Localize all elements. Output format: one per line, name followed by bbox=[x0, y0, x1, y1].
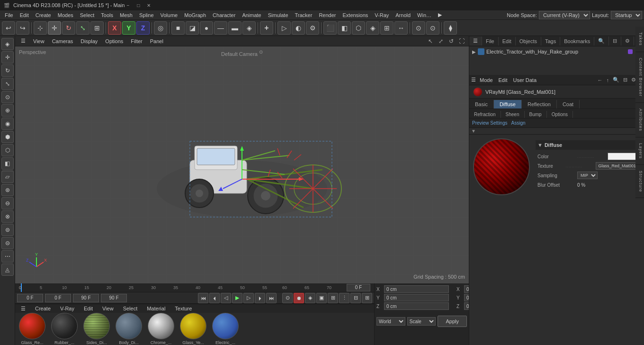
coord-z-input[interactable] bbox=[384, 302, 449, 310]
assign-link[interactable]: Assign bbox=[511, 120, 525, 126]
scale-button[interactable]: ⤡ bbox=[76, 21, 89, 35]
sampling-select[interactable]: MIP bbox=[577, 172, 598, 179]
vp-menu-panel[interactable]: Panel bbox=[147, 37, 166, 45]
coord-y-input[interactable] bbox=[384, 294, 449, 301]
next-key-button[interactable]: ⏵ bbox=[255, 293, 265, 303]
left-tool-8[interactable]: ⬢ bbox=[1, 131, 14, 143]
menu-animate[interactable]: Animate bbox=[239, 11, 264, 19]
mat-tab-basic[interactable]: Basic bbox=[469, 100, 494, 109]
scale-dropdown[interactable]: Scale bbox=[407, 317, 436, 326]
mat-tab-options[interactable]: Options bbox=[547, 111, 573, 118]
left-tool-3[interactable]: ↻ bbox=[1, 64, 14, 77]
attr-nav-up[interactable]: ↑ bbox=[607, 77, 609, 83]
menu-mesh[interactable]: Mesh bbox=[117, 11, 135, 19]
vp-icon-arrows[interactable]: ⤢ bbox=[437, 37, 445, 45]
attr-menu-edit[interactable]: Edit bbox=[497, 76, 510, 84]
side-tab-layers[interactable]: Layers bbox=[635, 137, 644, 165]
point-mode-button[interactable]: ● bbox=[200, 21, 213, 35]
frame-display[interactable] bbox=[347, 284, 370, 291]
keyframe-btn3[interactable]: ◈ bbox=[305, 293, 315, 303]
left-tool-17[interactable]: ⋯ bbox=[1, 250, 14, 263]
keyframe-btn6[interactable]: ⋮ bbox=[339, 293, 349, 303]
prev-key-button[interactable]: ⏴ bbox=[209, 293, 220, 303]
obj-tab-edit[interactable]: Edit bbox=[499, 37, 516, 45]
left-tool-9[interactable]: ⬡ bbox=[1, 144, 14, 156]
move-button[interactable]: ✛ bbox=[48, 21, 61, 35]
mat-menu-create[interactable]: Create bbox=[32, 305, 54, 312]
vp-menu-cameras[interactable]: Cameras bbox=[49, 37, 76, 45]
left-tool-11[interactable]: ▱ bbox=[1, 171, 14, 183]
obj-tab-file[interactable]: File bbox=[482, 37, 499, 45]
mat-menu-edit[interactable]: Edit bbox=[81, 305, 96, 312]
diffuse-section-header[interactable]: ▼ Diffuse bbox=[536, 140, 644, 150]
apply-button[interactable]: Apply bbox=[438, 316, 467, 327]
left-tool-15[interactable]: ⊜ bbox=[1, 224, 14, 236]
keyframe-btn7[interactable]: ⊟ bbox=[350, 293, 361, 303]
object-list-item[interactable]: ▶ Electric_Tractor_with_Hay_Rake_group ⋮ bbox=[470, 47, 643, 56]
vp-icon-move[interactable]: ↖ bbox=[426, 37, 435, 45]
mat-tab-coat[interactable]: Coat bbox=[557, 100, 580, 109]
vp-btn3[interactable]: ⬡ bbox=[352, 21, 365, 35]
mat-sample-glass-red[interactable]: Glass_Re... bbox=[17, 313, 47, 345]
mat-menu-icon[interactable]: ☰ bbox=[18, 305, 28, 313]
max-frame-input2[interactable] bbox=[101, 294, 127, 302]
obj-filter-icon[interactable]: ⊟ bbox=[609, 36, 621, 45]
obj-search-icon[interactable]: 🔍 bbox=[594, 36, 609, 45]
attr-filter-icon[interactable]: ⊟ bbox=[623, 77, 627, 83]
go-start-button[interactable]: ⏮ bbox=[198, 293, 208, 303]
menu-edit[interactable]: Edit bbox=[17, 11, 32, 19]
world-space-button[interactable]: ◎ bbox=[154, 21, 167, 35]
vp-menu-filter[interactable]: Filter bbox=[128, 37, 145, 45]
menu-character[interactable]: Character bbox=[210, 11, 238, 19]
prev-frame-button[interactable]: ◁ bbox=[221, 293, 231, 303]
vp-btn6[interactable]: ↔ bbox=[394, 21, 408, 35]
max-frame-input1[interactable] bbox=[73, 294, 99, 302]
left-tool-1[interactable]: ◈ bbox=[1, 38, 14, 50]
add-object-button[interactable]: + bbox=[260, 21, 273, 35]
left-tool-14[interactable]: ⊗ bbox=[1, 210, 14, 223]
menu-vray[interactable]: V-Ray bbox=[372, 11, 392, 19]
menu-select[interactable]: Select bbox=[77, 11, 98, 19]
menu-mograph[interactable]: MoGraph bbox=[181, 11, 209, 19]
mat-menu-view[interactable]: View bbox=[99, 305, 116, 312]
min-frame-input[interactable] bbox=[45, 294, 71, 302]
left-tool-13[interactable]: ⊖ bbox=[1, 197, 14, 209]
side-tab-attributes[interactable]: Attributes bbox=[635, 103, 644, 137]
left-tool-4[interactable]: ⤡ bbox=[1, 78, 14, 90]
model-mode-button[interactable]: ■ bbox=[171, 21, 185, 35]
menu-win[interactable]: Win… bbox=[414, 11, 434, 19]
keyframe-btn4[interactable]: ▣ bbox=[316, 293, 327, 303]
node-space-dropdown[interactable]: Current (V-Ray) bbox=[539, 11, 590, 19]
mat-tab-sheen[interactable]: Sheen bbox=[501, 111, 525, 118]
mat-tab-reflection[interactable]: Reflection bbox=[522, 100, 557, 109]
menu-extensions[interactable]: Extensions bbox=[340, 11, 371, 19]
mat-sample-glass-yellow[interactable]: Glass_Ye... bbox=[178, 313, 208, 345]
minimize-button[interactable]: − bbox=[125, 2, 131, 9]
undo-button[interactable]: ↩ bbox=[2, 21, 15, 35]
vp-btn5[interactable]: ⊞ bbox=[380, 21, 394, 35]
left-tool-12[interactable]: ⊛ bbox=[1, 184, 14, 196]
menu-create[interactable]: Create bbox=[33, 11, 54, 19]
obj-tab-tags[interactable]: Tags bbox=[541, 37, 560, 45]
rotate-button[interactable]: ↻ bbox=[62, 21, 75, 35]
attr-menu-userdata[interactable]: User Data bbox=[511, 76, 539, 84]
menu-arrow[interactable]: ▶ bbox=[435, 11, 445, 19]
close-button[interactable]: ✕ bbox=[145, 2, 152, 9]
color-swatch[interactable] bbox=[608, 153, 636, 160]
menu-render[interactable]: Render bbox=[316, 11, 339, 19]
mat-tab-diffuse[interactable]: Diffuse bbox=[494, 100, 522, 109]
mat-sample-body[interactable]: Body_Di... bbox=[114, 313, 144, 345]
menu-arnold[interactable]: Arnold bbox=[393, 11, 413, 19]
keyframe-btn5[interactable]: ⊞ bbox=[328, 293, 338, 303]
mat-sample-chrome[interactable]: Chrome_... bbox=[146, 313, 176, 345]
sculpt-mode-button[interactable]: ◈ bbox=[242, 21, 256, 35]
mat-menu-vray[interactable]: V-Ray bbox=[57, 305, 77, 312]
vp-btn1[interactable]: ⬛ bbox=[323, 21, 337, 35]
vp-menu-display[interactable]: Display bbox=[78, 37, 100, 45]
maximize-button[interactable]: □ bbox=[135, 2, 142, 9]
snap-button[interactable]: ⊞ bbox=[90, 21, 104, 35]
axis-z-button[interactable]: Z bbox=[136, 21, 150, 35]
vp-icon-refresh[interactable]: ↺ bbox=[447, 37, 456, 45]
keyframe-btn1[interactable]: ⊙ bbox=[282, 293, 293, 303]
go-end-button[interactable]: ⏭ bbox=[266, 293, 277, 303]
